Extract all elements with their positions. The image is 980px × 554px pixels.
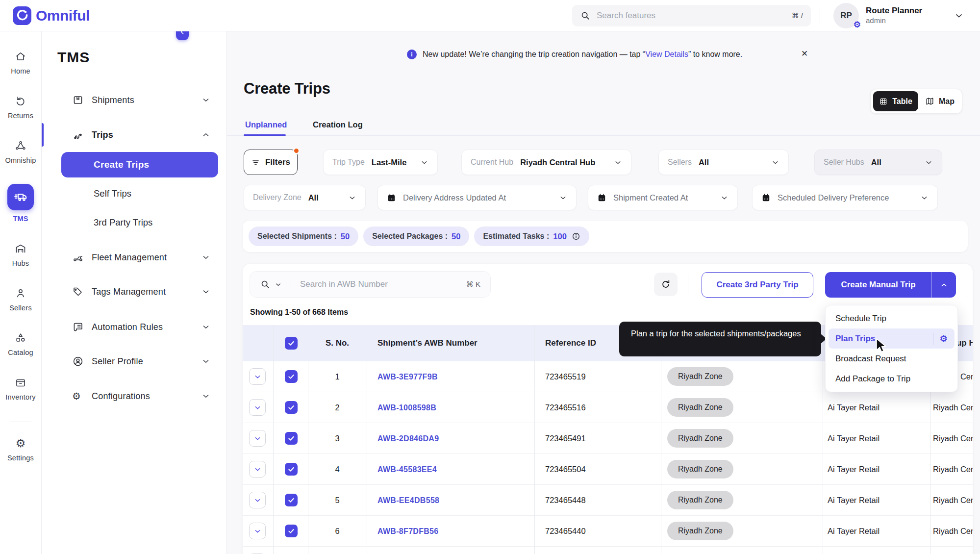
- seller-hubs-dropdown[interactable]: Seller Hubs All: [814, 150, 942, 175]
- menu-item-broadcast-request[interactable]: Broadcast Request: [829, 349, 955, 369]
- create-manual-trip-button[interactable]: Create Manual Trip: [825, 272, 931, 298]
- update-banner: New update! We’re changing the trip crea…: [423, 50, 742, 59]
- zone-badge: Riyadh Zone: [667, 522, 733, 540]
- catalog-icon: [15, 331, 26, 344]
- nav-subitem-create-trips[interactable]: Create Trips: [61, 152, 218, 177]
- row-checkbox[interactable]: [285, 463, 298, 476]
- rail-item-inventory[interactable]: Inventory: [5, 376, 35, 401]
- awb-search-input[interactable]: [300, 279, 466, 289]
- create-manual-trip-caret[interactable]: [931, 272, 956, 298]
- current-hub-dropdown[interactable]: Current Hub Riyadh Central Hub: [461, 150, 631, 175]
- rail-item-sellers[interactable]: Sellers: [9, 287, 32, 312]
- cell-awb-link[interactable]: AWB-45583EE4: [377, 454, 437, 485]
- row-expand-button[interactable]: [249, 399, 266, 416]
- rail-item-hubs[interactable]: Hubs: [12, 242, 29, 267]
- menu-item-plan-trips[interactable]: Plan Trips ⚙: [829, 328, 955, 349]
- column-header-sno[interactable]: S. No.: [308, 325, 367, 361]
- nav-item-automation-rules[interactable]: Automation Rules: [42, 315, 227, 339]
- table-row: 6 AWB-8F7DFB56 723465440 Riyadh Zone Ai …: [243, 516, 973, 547]
- column-divider: [823, 325, 823, 554]
- row-expand-button[interactable]: [249, 461, 266, 478]
- tms-truck-icon: [7, 184, 34, 210]
- cell-awb-link[interactable]: AWB-8F7DFB56: [377, 516, 439, 547]
- row-expand-button[interactable]: [249, 430, 266, 447]
- rail-item-tms[interactable]: TMS: [7, 184, 34, 223]
- row-checkbox[interactable]: [285, 401, 298, 414]
- row-expand-button[interactable]: [249, 368, 266, 385]
- global-search-input[interactable]: [597, 11, 786, 21]
- delivery-address-updated-filter[interactable]: Delivery Address Updated At: [377, 185, 577, 210]
- create-3rd-party-trip-button[interactable]: Create 3rd Party Trip: [702, 272, 813, 298]
- selection-summary: Selected Shipments : 50 Selected Package…: [243, 221, 968, 252]
- zone-badge: Riyadh Zone: [667, 460, 733, 478]
- rail-item-settings[interactable]: ⚙ Settings: [7, 437, 34, 462]
- omniful-logo[interactable]: Omniful: [13, 6, 90, 25]
- toggle-map-button[interactable]: Map: [920, 91, 959, 111]
- row-expand-button[interactable]: [249, 492, 266, 508]
- view-details-link[interactable]: View Details: [645, 50, 688, 58]
- select-all-checkbox[interactable]: [285, 337, 298, 350]
- row-checkbox[interactable]: [285, 525, 298, 537]
- table-row: 2 AWB-1008598B 723465516 Riyadh Zone Ai …: [243, 392, 973, 423]
- create-trip-menu: Schedule Trip Plan Trips ⚙ Broadcast Req…: [825, 305, 958, 392]
- info-circle-icon[interactable]: [572, 232, 580, 241]
- column-header-awb[interactable]: Shipment’s AWB Number: [377, 325, 477, 361]
- filters-active-dot: [293, 148, 300, 154]
- page-title: Create Trips: [244, 80, 330, 98]
- delivery-zone-dropdown[interactable]: Delivery Zone All: [244, 185, 366, 210]
- filters-button[interactable]: Filters: [244, 150, 298, 175]
- mouse-cursor: [876, 338, 889, 354]
- menu-item-add-package-to-trip[interactable]: Add Package to Trip: [829, 369, 955, 389]
- returns-icon: [15, 95, 26, 107]
- cell-awb-link[interactable]: AWB-1008598B: [377, 392, 436, 423]
- avatar[interactable]: RP ⚙: [833, 3, 859, 28]
- calendar-icon: [387, 193, 396, 202]
- row-checkbox[interactable]: [285, 432, 298, 445]
- rail-item-returns[interactable]: Returns: [8, 95, 33, 120]
- awb-search[interactable]: ⌘ K: [250, 271, 491, 298]
- refresh-button[interactable]: [654, 273, 678, 296]
- cell-awb-link[interactable]: AWB-3E977F9B: [377, 361, 438, 392]
- global-search[interactable]: ⌘ /: [572, 5, 811, 26]
- nav-item-fleet-management[interactable]: Fleet Management: [42, 246, 227, 269]
- nav-subitem-3rd-party-trips[interactable]: 3rd Party Trips: [42, 211, 227, 234]
- toggle-table-button[interactable]: Table: [873, 91, 918, 111]
- nav-item-trips[interactable]: Trips: [42, 123, 227, 147]
- cell-reference: 723465504: [545, 454, 586, 485]
- nav-item-shipments[interactable]: Shipments: [42, 88, 227, 112]
- nav-item-seller-profile[interactable]: Seller Profile: [42, 350, 227, 373]
- rail-item-home[interactable]: Home: [11, 50, 30, 75]
- tab-bar-divider: [227, 135, 980, 136]
- trip-type-dropdown[interactable]: Trip Type Last-Mile: [323, 150, 438, 175]
- shipment-created-filter[interactable]: Shipment Created At: [588, 185, 738, 210]
- zone-badge: Riyadh Zone: [667, 429, 733, 448]
- cell-hub: Riyadh Central Hub: [933, 423, 973, 454]
- chevron-down-icon: [201, 287, 210, 296]
- tab-unplanned[interactable]: Unplanned: [245, 120, 287, 129]
- row-checkbox[interactable]: [285, 494, 298, 506]
- scheduled-delivery-filter[interactable]: Scheduled Delivery Preference: [752, 185, 938, 210]
- tab-creation-log[interactable]: Creation Log: [313, 120, 363, 129]
- row-expand-button[interactable]: [249, 523, 266, 539]
- search-scope-chevron-icon[interactable]: [275, 281, 282, 288]
- cell-seller: Ai Tayer Retail: [828, 485, 879, 516]
- row-checkbox[interactable]: [285, 370, 298, 383]
- chevron-down-icon: [201, 392, 210, 401]
- nav-subitem-self-trips[interactable]: Self Trips: [42, 182, 227, 205]
- column-header-reference[interactable]: Reference ID: [545, 325, 596, 361]
- sellers-dropdown[interactable]: Sellers All: [658, 150, 789, 175]
- user-menu-chevron-icon[interactable]: [954, 11, 964, 21]
- menu-item-schedule-trip[interactable]: Schedule Trip: [829, 308, 955, 328]
- rail-item-omniship[interactable]: Omniship: [5, 139, 36, 164]
- cell-awb-link[interactable]: AWB-2D846DA9: [377, 423, 439, 454]
- zone-badge: Riyadh Zone: [667, 367, 733, 386]
- brand-name: Omniful: [36, 7, 90, 24]
- rail-item-catalog[interactable]: Catalog: [8, 331, 33, 356]
- nav-item-configurations[interactable]: ⚙ Configurations: [42, 384, 227, 408]
- global-search-shortcut: ⌘ /: [792, 11, 803, 20]
- nav-item-tags-management[interactable]: Tags Management: [42, 280, 227, 303]
- cell-seller: Ai Tayer Retail: [828, 454, 879, 485]
- plan-trips-settings-gear-icon[interactable]: ⚙: [940, 333, 948, 344]
- cell-awb-link[interactable]: AWB-EE4DB558: [377, 485, 439, 516]
- banner-close-icon[interactable]: ✕: [801, 49, 808, 59]
